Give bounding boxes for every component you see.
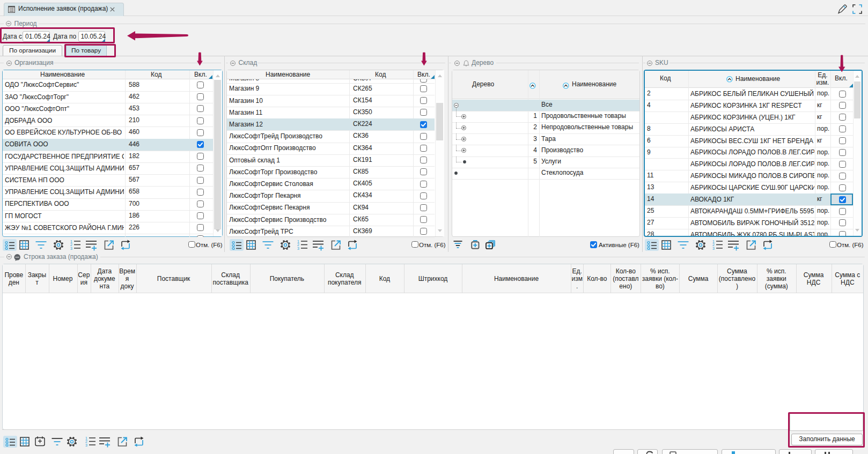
svg-text:3: 3: [712, 247, 715, 250]
svg-text:3: 3: [297, 247, 299, 250]
svg-text:3: 3: [85, 443, 87, 447]
svg-text:3: 3: [70, 247, 72, 250]
